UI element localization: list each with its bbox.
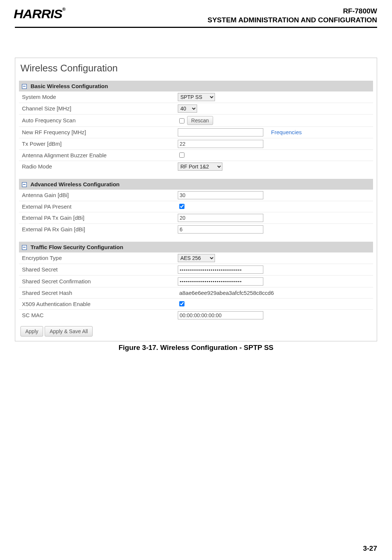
system-mode-select[interactable]: SPTP SS [178, 93, 215, 101]
row-shared-secret: Shared Secret [19, 264, 373, 276]
page-header: HARRIS® RF-7800W SYSTEM ADMINISTRATION A… [15, 7, 377, 28]
label-ant-gain: Antenna Gain [dBi] [19, 190, 175, 201]
ext-pa-tx-input[interactable] [178, 214, 263, 222]
shared-secret-input[interactable] [178, 265, 263, 274]
tx-power-input[interactable] [178, 140, 263, 148]
figure-caption: Figure 3-17. Wireless Configuration - SP… [15, 344, 377, 352]
row-x509: X509 Authentication Enable [19, 298, 373, 309]
label-shared-secret-hash: Shared Secret Hash [19, 287, 175, 298]
row-enc-type: Encryption Type AES 256 [19, 252, 373, 264]
sc-mac-input[interactable] [178, 311, 263, 319]
apply-save-button[interactable]: Apply & Save All [45, 326, 93, 337]
label-auto-freq-scan: Auto Frequency Scan [19, 114, 175, 126]
collapse-icon[interactable]: − [22, 245, 27, 250]
row-sc-mac: SC MAC [19, 309, 373, 321]
row-new-rf-freq: New RF Frequency [MHz] Frequencies [19, 126, 373, 138]
frequencies-link[interactable]: Frequencies [271, 129, 302, 135]
collapse-icon[interactable]: − [22, 84, 27, 89]
section-header-label: Traffic Flow Security Configuration [30, 244, 123, 250]
row-channel-size: Channel Size [MHz] 40 [19, 103, 373, 114]
label-channel-size: Channel Size [MHz] [19, 103, 175, 114]
shared-secret-hash-value: a8ae6e6ee929abea3afcfc5258c8ccd6 [178, 290, 274, 296]
rescan-button[interactable]: Rescan [187, 116, 213, 125]
enc-type-select[interactable]: AES 256 [178, 254, 215, 262]
label-ext-pa-tx: External PA Tx Gain [dBi] [19, 212, 175, 223]
label-ext-pa-present: External PA Present [19, 201, 175, 212]
row-ant-buzzer: Antenna Alignment Buzzer Enable [19, 149, 373, 161]
label-system-mode: System Mode [19, 91, 175, 103]
doc-section: SYSTEM ADMINISTRATION AND CONFIGURATION [208, 16, 377, 25]
row-ext-pa-rx: External PA Rx Gain [dBi] [19, 223, 373, 235]
row-ext-pa-present: External PA Present [19, 201, 373, 212]
section-header-label: Basic Wireless Configuration [30, 83, 108, 89]
label-shared-secret-conf: Shared Secret Confirmation [19, 276, 175, 287]
doc-title-block: RF-7800W SYSTEM ADMINISTRATION AND CONFI… [208, 7, 377, 25]
ant-buzzer-checkbox[interactable] [179, 152, 184, 158]
row-shared-secret-hash: Shared Secret Hash a8ae6e6ee929abea3afcf… [19, 287, 373, 298]
ext-pa-rx-input[interactable] [178, 225, 263, 234]
label-new-rf-freq: New RF Frequency [MHz] [19, 126, 175, 138]
section-header-advanced[interactable]: − Advanced Wireless Configuration [19, 179, 373, 190]
row-radio-mode: Radio Mode RF Port 1&2 [19, 161, 373, 172]
row-auto-freq-scan: Auto Frequency Scan Rescan [19, 114, 373, 126]
label-x509: X509 Authentication Enable [19, 298, 175, 309]
label-ext-pa-rx: External PA Rx Gain [dBi] [19, 223, 175, 235]
logo-text: HARRIS [14, 7, 62, 21]
harris-logo: HARRIS® [14, 7, 65, 21]
label-radio-mode: Radio Mode [19, 161, 175, 172]
advanced-table: Antenna Gain [dBi] External PA Present E… [19, 190, 373, 235]
label-sc-mac: SC MAC [19, 309, 175, 321]
x509-checkbox[interactable] [179, 301, 184, 306]
section-header-label: Advanced Wireless Configuration [30, 181, 120, 187]
row-system-mode: System Mode SPTP SS [19, 91, 373, 103]
panel-title: Wireless Configuration [20, 62, 373, 74]
page-number: 3-27 [363, 544, 377, 553]
label-ant-buzzer: Antenna Alignment Buzzer Enable [19, 149, 175, 161]
tfs-table: Encryption Type AES 256 Shared Secret Sh… [19, 252, 373, 321]
row-tx-power: Tx Power [dBm] [19, 138, 373, 149]
shared-secret-conf-input[interactable] [178, 277, 263, 286]
row-shared-secret-conf: Shared Secret Confirmation [19, 276, 373, 287]
ant-gain-input[interactable] [178, 191, 263, 199]
new-rf-freq-input[interactable] [178, 128, 263, 136]
apply-button[interactable]: Apply [20, 326, 43, 337]
doc-code: RF-7800W [208, 7, 377, 16]
section-header-tfs[interactable]: − Traffic Flow Security Configuration [19, 242, 373, 252]
label-shared-secret: Shared Secret [19, 264, 175, 276]
screenshot-frame: Wireless Configuration − Basic Wireless … [15, 58, 377, 341]
auto-freq-scan-checkbox[interactable] [179, 118, 184, 123]
section-header-basic[interactable]: − Basic Wireless Configuration [19, 81, 373, 91]
label-enc-type: Encryption Type [19, 252, 175, 264]
radio-mode-select[interactable]: RF Port 1&2 [178, 162, 222, 171]
row-ext-pa-tx: External PA Tx Gain [dBi] [19, 212, 373, 223]
button-row: Apply Apply & Save All [19, 326, 373, 337]
basic-table: System Mode SPTP SS Channel Size [MHz] 4… [19, 91, 373, 172]
row-ant-gain: Antenna Gain [dBi] [19, 190, 373, 201]
logo-reg: ® [62, 7, 65, 12]
collapse-icon[interactable]: − [22, 182, 27, 187]
channel-size-select[interactable]: 40 [178, 104, 197, 113]
ext-pa-present-checkbox[interactable] [179, 204, 184, 209]
label-tx-power: Tx Power [dBm] [19, 138, 175, 149]
